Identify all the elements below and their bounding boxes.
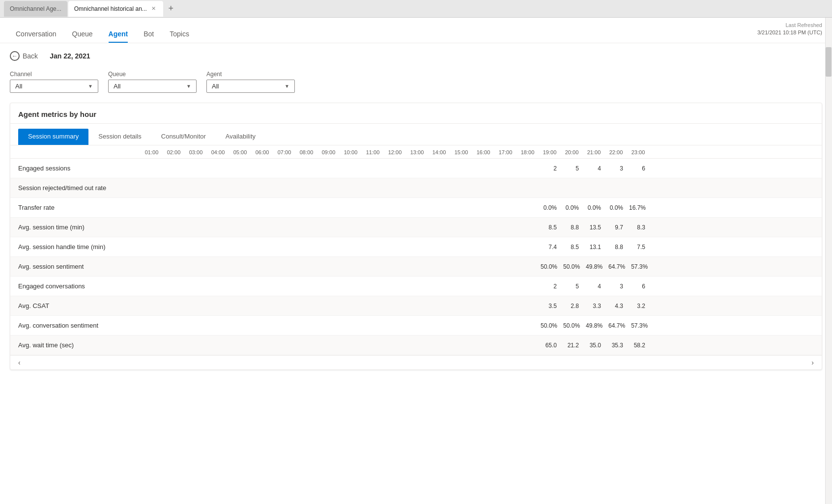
sub-tab-availability[interactable]: Availability bbox=[216, 129, 265, 145]
data-cell-7-19: 2.8 bbox=[561, 298, 583, 314]
data-cell-1-16: — bbox=[494, 180, 516, 196]
data-cell-0-12: — bbox=[406, 160, 428, 177]
data-cell-7-16: — bbox=[494, 298, 516, 314]
data-cells-row-1: ——————————————————————— bbox=[141, 180, 822, 196]
data-cell-9-6: — bbox=[273, 337, 295, 354]
data-cell-2-17: — bbox=[516, 199, 539, 216]
data-cell-6-14: — bbox=[450, 278, 472, 295]
data-cell-9-22: 58.2 bbox=[627, 337, 649, 354]
data-cell-3-16: — bbox=[494, 219, 516, 236]
hour-cell-10: 11:00 bbox=[362, 149, 384, 155]
data-cell-0-8: — bbox=[317, 160, 340, 177]
browser-tab-1[interactable]: Omnichannel Age... bbox=[4, 1, 67, 17]
data-cell-8-4: — bbox=[229, 317, 251, 334]
data-cell-3-4: — bbox=[229, 219, 251, 236]
data-cell-0-19: 5 bbox=[561, 160, 583, 177]
data-cell-6-19: 5 bbox=[561, 278, 583, 295]
data-cell-0-16: — bbox=[494, 160, 516, 177]
data-cell-6-10: — bbox=[362, 278, 384, 295]
hour-cell-13: 14:00 bbox=[428, 149, 450, 155]
data-cell-2-18: 0.0% bbox=[539, 199, 561, 216]
nav-item-conversation[interactable]: Conversation bbox=[8, 30, 64, 43]
data-cell-8-12: — bbox=[406, 317, 428, 334]
data-cell-8-20: 49.8% bbox=[584, 317, 606, 334]
data-cell-2-12: — bbox=[406, 199, 428, 216]
data-cell-7-7: — bbox=[295, 298, 317, 314]
hour-cell-8: 09:00 bbox=[317, 149, 340, 155]
data-cell-7-21: 4.3 bbox=[605, 298, 627, 314]
data-cell-1-4: — bbox=[229, 180, 251, 196]
table-row: Avg. CSAT——————————————————3.52.83.34.33… bbox=[10, 296, 822, 316]
data-cell-0-18: 2 bbox=[539, 160, 561, 177]
data-cell-3-6: — bbox=[273, 219, 295, 236]
data-cell-5-18: 50.0% bbox=[539, 258, 561, 275]
data-cell-5-21: 64.7% bbox=[606, 258, 629, 275]
data-cell-1-6: — bbox=[273, 180, 295, 196]
channel-filter-label: Channel bbox=[10, 71, 98, 78]
data-cell-1-14: — bbox=[450, 180, 472, 196]
hour-cell-15: 16:00 bbox=[472, 149, 494, 155]
back-button[interactable]: ← Back bbox=[10, 51, 38, 61]
metric-label-7: Avg. CSAT bbox=[10, 297, 141, 314]
data-cell-1-3: — bbox=[207, 180, 229, 196]
scroll-left-arrow[interactable]: ‹ bbox=[14, 358, 25, 367]
data-cell-3-22: 8.3 bbox=[627, 219, 649, 236]
page-scrollbar[interactable] bbox=[825, 18, 832, 504]
data-cell-4-2: — bbox=[185, 239, 207, 255]
data-cell-3-20: 13.5 bbox=[583, 219, 605, 236]
browser-tab-bar: Omnichannel Age... Omnichannel historica… bbox=[0, 0, 832, 18]
data-cell-2-3: — bbox=[207, 199, 229, 216]
table-row: Avg. conversation sentiment—————————————… bbox=[10, 316, 822, 336]
data-cell-9-18: 65.0 bbox=[539, 337, 561, 354]
nav-item-agent[interactable]: Agent bbox=[101, 30, 136, 43]
nav-item-topics[interactable]: Topics bbox=[162, 30, 197, 43]
data-cell-6-7: — bbox=[295, 278, 317, 295]
data-cell-2-22: 16.7% bbox=[627, 199, 650, 216]
channel-filter-chevron: ▼ bbox=[88, 84, 93, 89]
data-cell-7-5: — bbox=[251, 298, 273, 314]
agent-filter-label: Agent bbox=[206, 71, 295, 78]
browser-tab-2-close[interactable]: ✕ bbox=[150, 5, 157, 12]
data-cell-1-15: — bbox=[472, 180, 494, 196]
data-cell-2-15: — bbox=[472, 199, 494, 216]
sub-tab-session-summary[interactable]: Session summary bbox=[18, 129, 88, 145]
hour-cell-4: 05:00 bbox=[229, 149, 251, 155]
sub-tab-session-details[interactable]: Session details bbox=[88, 129, 151, 145]
data-cell-1-9: — bbox=[340, 180, 362, 196]
channel-filter-select[interactable]: All ▼ bbox=[10, 80, 98, 93]
data-cells-row-5: ——————————————————50.0%50.0%49.8%64.7%57… bbox=[141, 258, 822, 275]
data-cell-9-14: — bbox=[450, 337, 472, 354]
channel-filter-value: All bbox=[15, 83, 22, 90]
nav-item-bot[interactable]: Bot bbox=[136, 30, 162, 43]
nav-item-queue[interactable]: Queue bbox=[64, 30, 101, 43]
sub-tab-consult-monitor[interactable]: Consult/Monitor bbox=[151, 129, 216, 145]
data-cell-3-7: — bbox=[295, 219, 317, 236]
browser-tab-1-label: Omnichannel Age... bbox=[10, 5, 61, 12]
new-tab-button[interactable]: + bbox=[164, 2, 178, 16]
data-cell-2-13: — bbox=[428, 199, 450, 216]
data-cell-7-6: — bbox=[273, 298, 295, 314]
metric-label-5: Avg. session sentiment bbox=[10, 258, 141, 275]
browser-tab-2[interactable]: Omnichannel historical an... ✕ bbox=[68, 1, 163, 17]
back-icon: ← bbox=[10, 51, 20, 61]
data-cell-5-6: — bbox=[273, 258, 295, 275]
data-cell-7-2: — bbox=[185, 298, 207, 314]
data-cell-4-15: — bbox=[472, 239, 494, 255]
queue-filter-select[interactable]: All ▼ bbox=[108, 80, 197, 93]
data-cell-4-3: — bbox=[207, 239, 229, 255]
data-cell-8-3: — bbox=[207, 317, 229, 334]
data-cell-3-12: — bbox=[406, 219, 428, 236]
data-cell-5-7: — bbox=[295, 258, 317, 275]
data-cell-7-3: — bbox=[207, 298, 229, 314]
data-cell-7-17: — bbox=[516, 298, 539, 314]
data-cells-row-9: ——————————————————65.021.235.035.358.2 bbox=[141, 337, 822, 354]
hour-cell-1: 02:00 bbox=[163, 149, 185, 155]
data-cell-4-12: — bbox=[406, 239, 428, 255]
data-cell-5-2: — bbox=[185, 258, 207, 275]
scroll-right-arrow[interactable]: › bbox=[807, 358, 818, 367]
data-cell-4-4: — bbox=[229, 239, 251, 255]
scrollbar-thumb[interactable] bbox=[826, 47, 832, 77]
agent-filter-select[interactable]: All ▼ bbox=[206, 80, 295, 93]
data-cell-6-21: 3 bbox=[605, 278, 627, 295]
queue-filter-label: Queue bbox=[108, 71, 197, 78]
